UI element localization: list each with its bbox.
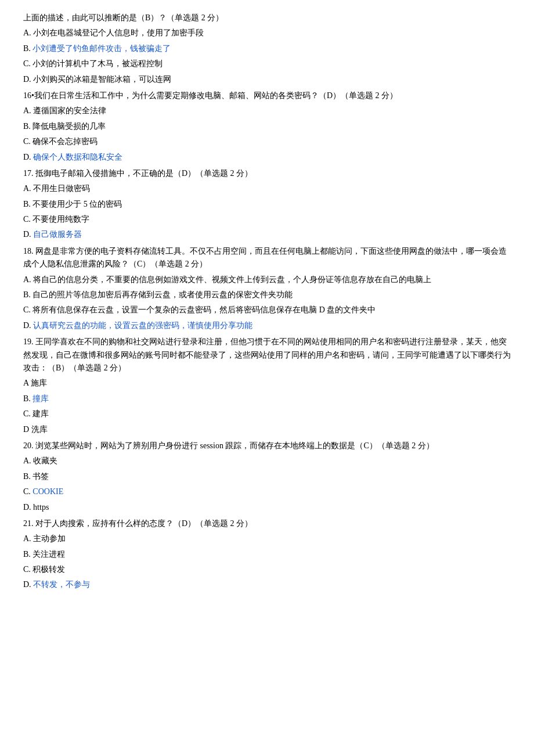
q19-d-text: D 洗库: [23, 425, 48, 434]
q19-option-d: D 洗库: [23, 423, 511, 436]
q15-a-text: A. 小刘在电器城登记个人信息时，使用了加密手段: [23, 28, 204, 37]
q18-option-b: B. 自己的照片等信息加密后再存储到云盘，或者使用云盘的保密文件夹功能: [23, 289, 511, 301]
q16-question: 16•我们在日常生活和工作中，为什么需要定期修改电脑、邮箱、网站的各类密码？（D…: [23, 89, 511, 102]
q16-b-text: B. 降低电脑受损的几率: [23, 122, 106, 131]
q18-a-text: A. 将自己的信息分类，不重要的信息例如游戏文件、视频文件上传到云盘，个人身份证…: [23, 275, 431, 284]
main-content: 上面的描述，由此可以推断的是（B）？（单选题 2 分） A. 小刘在电器城登记个…: [23, 12, 511, 592]
q16-d-link[interactable]: 确保个人数据和隐私安全: [33, 153, 122, 161]
q18-d-prefix: D.: [23, 321, 33, 330]
intro-text: 上面的描述，由此可以推断的是（B）？（单选题 2 分）: [23, 13, 223, 22]
q21-option-a: A. 主动参加: [23, 532, 511, 545]
q17-q-text: 17. 抵御电子邮箱入侵措施中，不正确的是（D）（单选题 2 分）: [23, 169, 252, 178]
q16-option-b: B. 降低电脑受损的几率: [23, 120, 511, 133]
q15-b-prefix: B.: [23, 44, 33, 53]
q16-c-text: C. 确保不会忘掉密码: [23, 137, 98, 146]
q21-b-text: B. 关注进程: [23, 550, 65, 559]
q20-q-text: 20. 浏览某些网站时，网站为了辨别用户身份进行 session 跟踪，而储存在…: [23, 441, 434, 450]
q19-c-text: C. 建库: [23, 409, 49, 418]
q17-option-a: A. 不用生日做密码: [23, 182, 511, 195]
q16-option-a: A. 遵循国家的安全法律: [23, 105, 511, 117]
q18-b-text: B. 自己的照片等信息加密后再存储到云盘，或者使用云盘的保密文件夹功能: [23, 290, 293, 299]
q18-c-text: C. 将所有信息保存在云盘，设置一个复杂的云盘密码，然后将密码信息保存在电脑 D…: [23, 305, 376, 314]
q20-option-a: A. 收藏夹: [23, 455, 511, 467]
q18-option-c: C. 将所有信息保存在云盘，设置一个复杂的云盘密码，然后将密码信息保存在电脑 D…: [23, 304, 511, 316]
q17-d-prefix: D.: [23, 230, 33, 239]
q15-b-link[interactable]: 小刘遭受了钓鱼邮件攻击，钱被骗走了: [33, 44, 171, 53]
q20-c-link[interactable]: COOKIE: [33, 487, 63, 496]
q15-option-c: C. 小刘的计算机中了木马，被远程控制: [23, 57, 511, 70]
q20-a-text: A. 收藏夹: [23, 456, 57, 465]
q20-b-text: B. 书签: [23, 472, 49, 481]
q21-a-text: A. 主动参加: [23, 534, 66, 543]
q20-option-b: B. 书签: [23, 470, 511, 483]
q20-option-d: D. https: [23, 501, 511, 514]
q20-c-prefix: C.: [23, 487, 33, 496]
q15-option-a: A. 小刘在电器城登记个人信息时，使用了加密手段: [23, 27, 511, 39]
q19-option-b: B. 撞库: [23, 393, 511, 405]
q21-d-prefix: D.: [23, 580, 33, 589]
q16-a-text: A. 遵循国家的安全法律: [23, 106, 106, 115]
q19-option-c: C. 建库: [23, 408, 511, 420]
q20-option-c: C. COOKIE: [23, 485, 511, 498]
q21-q-text: 21. 对于人肉搜索，应持有什么样的态度？（D）（单选题 2 分）: [23, 519, 252, 528]
q17-a-text: A. 不用生日做密码: [23, 184, 90, 193]
q18-option-d: D. 认真研究云盘的功能，设置云盘的强密码，谨慎使用分享功能: [23, 319, 511, 332]
q17-option-c: C. 不要使用纯数字: [23, 213, 511, 226]
intro-line: 上面的描述，由此可以推断的是（B）？（单选题 2 分）: [23, 12, 511, 24]
q18-q-text: 18. 网盘是非常方便的电子资料存储流转工具。不仅不占用空间，而且在任何电脑上都…: [23, 247, 507, 268]
q21-option-d: D. 不转发，不参与: [23, 578, 511, 591]
q17-option-d: D. 自己做服务器: [23, 228, 511, 241]
q19-option-a: A 施库: [23, 377, 511, 390]
q15-option-b: B. 小刘遭受了钓鱼邮件攻击，钱被骗走了: [23, 42, 511, 55]
q19-q-text: 19. 王同学喜欢在不同的购物和社交网站进行登录和注册，但他习惯于在不同的网站使…: [23, 337, 511, 372]
q15-d-text: D. 小刘购买的冰箱是智能冰箱，可以连网: [23, 75, 171, 84]
q15-c-text: C. 小刘的计算机中了木马，被远程控制: [23, 59, 163, 68]
q19-question: 19. 王同学喜欢在不同的购物和社交网站进行登录和注册，但他习惯于在不同的网站使…: [23, 336, 511, 375]
q17-c-text: C. 不要使用纯数字: [23, 215, 89, 224]
q21-option-b: B. 关注进程: [23, 548, 511, 561]
q20-d-text: D. https: [23, 503, 49, 512]
q21-question: 21. 对于人肉搜索，应持有什么样的态度？（D）（单选题 2 分）: [23, 517, 511, 530]
q17-question: 17. 抵御电子邮箱入侵措施中，不正确的是（D）（单选题 2 分）: [23, 167, 511, 180]
q15-option-d: D. 小刘购买的冰箱是智能冰箱，可以连网: [23, 73, 511, 86]
q17-d-link[interactable]: 自己做服务器: [33, 230, 82, 239]
q17-option-b: B. 不要使用少于 5 位的密码: [23, 198, 511, 211]
q21-option-c: C. 积极转发: [23, 563, 511, 576]
q16-option-c: C. 确保不会忘掉密码: [23, 135, 511, 148]
q16-d-prefix: D.: [23, 153, 33, 161]
q19-a-text: A 施库: [23, 379, 47, 387]
q19-b-link[interactable]: 撞库: [33, 394, 49, 403]
q17-b-text: B. 不要使用少于 5 位的密码: [23, 200, 122, 208]
q19-b-prefix: B.: [23, 394, 33, 403]
q18-d-link[interactable]: 认真研究云盘的功能，设置云盘的强密码，谨慎使用分享功能: [33, 321, 252, 330]
q16-q-text: 16•我们在日常生活和工作中，为什么需要定期修改电脑、邮箱、网站的各类密码？（D…: [23, 91, 398, 100]
q18-question: 18. 网盘是非常方便的电子资料存储流转工具。不仅不占用空间，而且在任何电脑上都…: [23, 245, 511, 271]
q21-d-link[interactable]: 不转发，不参与: [33, 580, 90, 589]
q21-c-text: C. 积极转发: [23, 565, 65, 574]
q20-question: 20. 浏览某些网站时，网站为了辨别用户身份进行 session 跟踪，而储存在…: [23, 440, 511, 452]
q18-option-a: A. 将自己的信息分类，不重要的信息例如游戏文件、视频文件上传到云盘，个人身份证…: [23, 273, 511, 286]
q16-option-d: D. 确保个人数据和隐私安全: [23, 151, 511, 164]
